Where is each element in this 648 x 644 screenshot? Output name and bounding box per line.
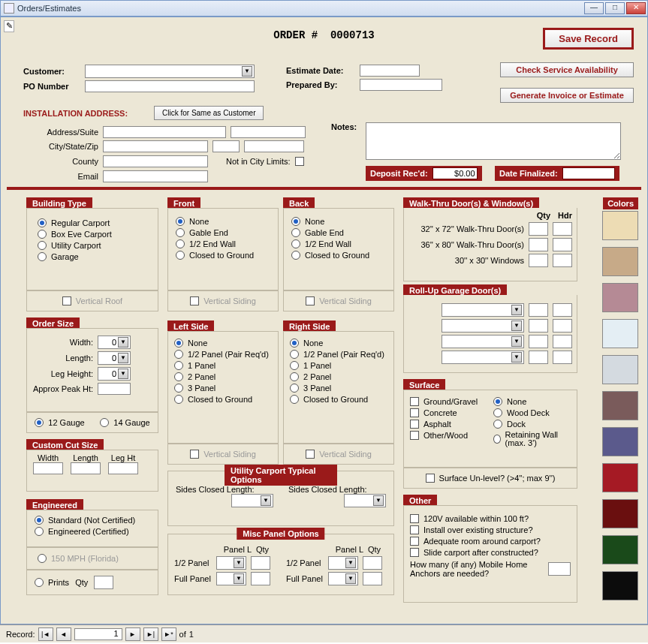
color-swatch-3[interactable]: [602, 319, 638, 348]
ru3-b[interactable]: [553, 335, 572, 348]
eng-150mph-radio[interactable]: 150 MPH (Florida): [38, 554, 119, 563]
email-input[interactable]: [103, 170, 208, 182]
right-none[interactable]: None: [290, 339, 387, 348]
ru2-b[interactable]: [553, 319, 572, 333]
mp-l-full-qty[interactable]: [251, 572, 270, 585]
ru1-b[interactable]: [553, 303, 572, 317]
oth-slide[interactable]: Slide carport after constructed?: [410, 548, 571, 557]
zip-input[interactable]: [244, 140, 304, 152]
util-left-combo[interactable]: ▼: [231, 494, 273, 507]
prepared-by-input[interactable]: [360, 79, 442, 91]
eng-prints-radio[interactable]: Prints: [35, 578, 69, 587]
ru4-a[interactable]: [529, 351, 548, 364]
left-closed[interactable]: Closed to Ground: [174, 395, 272, 404]
win30-hdr[interactable]: [553, 254, 572, 267]
oth-existing[interactable]: Install over existing structure?: [410, 525, 571, 534]
ru2-a[interactable]: [529, 319, 548, 333]
oth-room[interactable]: Adequate room around carport?: [410, 537, 571, 546]
color-swatch-9[interactable]: [602, 535, 638, 564]
maximize-button[interactable]: □: [605, 2, 625, 14]
state-input[interactable]: [212, 140, 240, 152]
surf-asphalt[interactable]: Asphalt: [410, 420, 487, 429]
ru1-combo[interactable]: ▼: [442, 303, 524, 317]
close-button[interactable]: ✕: [626, 2, 646, 14]
eng-std-radio[interactable]: Standard (Not Certified): [35, 516, 150, 525]
nav-next[interactable]: ►: [125, 627, 140, 641]
length-combo[interactable]: 0▼: [98, 351, 131, 365]
address-input[interactable]: [103, 126, 226, 138]
right-vs-check[interactable]: Vertical Siding: [306, 450, 372, 459]
front-none[interactable]: None: [176, 217, 270, 226]
color-swatch-5[interactable]: [602, 391, 638, 420]
generate-invoice-button[interactable]: Generate Invoice or Estimate: [500, 88, 634, 103]
ru4-b[interactable]: [553, 351, 572, 364]
bt-boxeve-radio[interactable]: Box Eve Carport: [38, 230, 152, 239]
bt-utility-radio[interactable]: Utility Carport: [38, 241, 152, 250]
front-gable[interactable]: Gable End: [176, 228, 270, 237]
surf-other[interactable]: Other/Wood: [410, 431, 487, 440]
back-halfend[interactable]: 1/2 End Wall: [291, 239, 386, 248]
back-closed[interactable]: Closed to Ground: [291, 251, 386, 260]
eng-qty-input[interactable]: [94, 576, 113, 589]
date-finalized-input[interactable]: [562, 167, 615, 179]
ru1-a[interactable]: [529, 303, 548, 317]
front-vs-check[interactable]: Vertical Siding: [190, 296, 256, 305]
mp-l-full-combo[interactable]: ▼: [216, 572, 246, 585]
wt32-hdr[interactable]: [553, 222, 572, 236]
ru2-combo[interactable]: ▼: [442, 319, 524, 333]
right-half[interactable]: 1/2 Panel (Pair Req'd): [290, 350, 387, 359]
left-3p[interactable]: 3 Panel: [174, 384, 272, 393]
surf-none[interactable]: None: [493, 397, 571, 406]
left-2p[interactable]: 2 Panel: [174, 372, 272, 381]
color-swatch-7[interactable]: [602, 463, 638, 492]
anchors-input[interactable]: [548, 562, 571, 576]
minimize-button[interactable]: —: [584, 2, 604, 14]
peak-input[interactable]: [98, 383, 131, 395]
color-swatch-0[interactable]: [602, 211, 638, 240]
back-vs-check[interactable]: Vertical Siding: [306, 296, 372, 305]
right-closed[interactable]: Closed to Ground: [290, 395, 387, 404]
bt-garage-radio[interactable]: Garage: [38, 252, 152, 261]
nav-prev[interactable]: ◄: [56, 627, 71, 641]
not-city-checkbox[interactable]: [295, 157, 304, 166]
left-half[interactable]: 1/2 Panel (Pair Req'd): [174, 350, 272, 359]
nav-new[interactable]: ►*: [161, 627, 176, 641]
left-none[interactable]: None: [174, 339, 272, 348]
surf-gg[interactable]: Ground/Gravel: [410, 397, 487, 406]
nav-last[interactable]: ►|: [143, 627, 158, 641]
record-selector-icon[interactable]: ✎: [4, 20, 14, 32]
surf-dock[interactable]: Dock: [493, 420, 571, 429]
right-1p[interactable]: 1 Panel: [290, 361, 387, 370]
surf-retwall[interactable]: Retaining Wall (max. 3'): [493, 431, 571, 447]
back-gable[interactable]: Gable End: [291, 228, 386, 237]
left-vs-check[interactable]: Vertical Siding: [190, 450, 256, 459]
surf-concrete[interactable]: Concrete: [410, 408, 487, 417]
right-3p[interactable]: 3 Panel: [290, 384, 387, 393]
deposit-input[interactable]: [433, 167, 478, 179]
color-swatch-1[interactable]: [602, 247, 638, 276]
bt-regular-radio[interactable]: Regular Carport: [38, 218, 152, 227]
left-1p[interactable]: 1 Panel: [174, 361, 272, 370]
save-button[interactable]: Save Record: [543, 28, 634, 50]
color-swatch-10[interactable]: [602, 571, 638, 600]
nav-first[interactable]: |◄: [38, 627, 53, 641]
front-closed[interactable]: Closed to Ground: [176, 251, 270, 260]
wt36-hdr[interactable]: [553, 238, 572, 251]
estimate-date-input[interactable]: [360, 65, 420, 77]
gauge12-radio[interactable]: 12 Gauge: [35, 418, 84, 427]
gauge14-radio[interactable]: 14 Gauge: [100, 418, 149, 427]
check-availability-button[interactable]: Check Service Availability: [500, 62, 634, 77]
po-input[interactable]: [85, 80, 255, 92]
width-combo[interactable]: 0▼: [98, 336, 131, 349]
record-input[interactable]: 1: [74, 628, 122, 640]
ru4-combo[interactable]: ▼: [442, 351, 524, 364]
suite-input[interactable]: [231, 126, 306, 138]
eng-cert-radio[interactable]: Engineered (Certified): [35, 527, 150, 536]
cc-length[interactable]: [71, 462, 101, 474]
mp-r-full-qty[interactable]: [363, 572, 382, 585]
county-input[interactable]: [103, 155, 208, 167]
vertical-roof-check[interactable]: Vertical Roof: [62, 296, 122, 305]
ru3-a[interactable]: [529, 335, 548, 348]
customer-combo[interactable]: ▼: [85, 65, 255, 78]
color-swatch-8[interactable]: [602, 499, 638, 528]
